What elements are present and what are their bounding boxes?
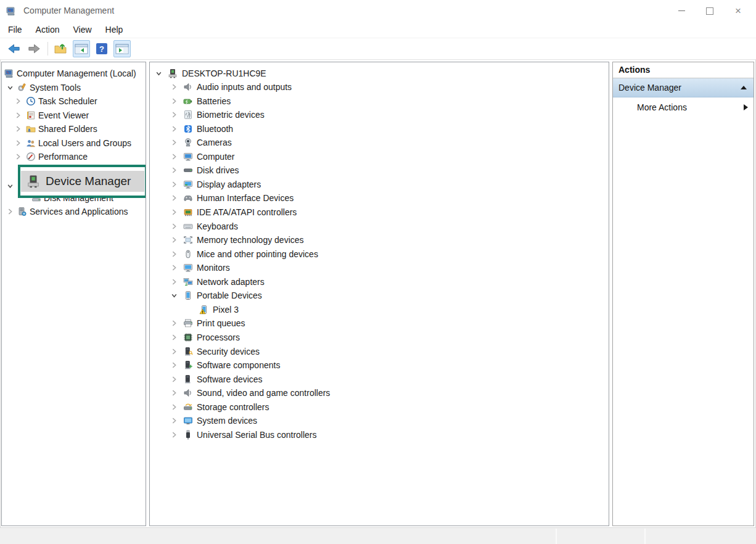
device-tree-item-display-adapters[interactable]: Display adapters xyxy=(150,177,609,191)
device-tree-item-memory-technology-devices[interactable]: Memory technology devices xyxy=(150,233,609,247)
expander-collapsed-icon[interactable] xyxy=(171,362,178,369)
expander-collapsed-icon[interactable] xyxy=(171,334,178,340)
expander-collapsed-icon[interactable] xyxy=(171,84,178,91)
expander-collapsed-icon[interactable] xyxy=(171,376,178,382)
device-tree-item-sound-video-and-game-controllers[interactable]: Sound, video and game controllers xyxy=(150,386,609,400)
toolbar-show-console-tree-button[interactable] xyxy=(73,40,90,57)
expander-collapsed-icon[interactable] xyxy=(15,112,22,118)
mouse-icon xyxy=(183,249,193,259)
expander-collapsed-icon[interactable] xyxy=(15,126,22,133)
device-tree-item-human-interface-devices[interactable]: Human Interface Devices xyxy=(150,191,609,205)
expander-collapsed-icon[interactable] xyxy=(171,320,178,327)
menu-view[interactable]: View xyxy=(66,23,98,36)
device-tree-item-network-adapters[interactable]: Network adapters xyxy=(150,274,609,289)
device-tree-item-bluetooth[interactable]: Bluetooth xyxy=(150,122,609,136)
menu-help[interactable]: Help xyxy=(99,23,130,36)
device-tree-item-software-components[interactable]: Software components xyxy=(150,358,609,373)
toolbar-show-action-pane-button[interactable] xyxy=(113,40,131,57)
device-tree-item-computer[interactable]: Computer xyxy=(150,149,609,163)
toolbar-help-button[interactable]: ? xyxy=(93,40,110,57)
expander-collapsed-icon[interactable] xyxy=(171,265,178,271)
toolbar-forward-button[interactable] xyxy=(25,40,43,57)
device-tree-item-mice-and-other-pointing-devices[interactable]: Mice and other pointing devices xyxy=(150,247,609,261)
expander-expanded-icon[interactable] xyxy=(155,70,162,76)
device-tree-item-print-queues[interactable]: Print queues xyxy=(150,316,609,331)
device-tree-item-ide-ata-atapi-controllers[interactable]: IDE ATA/ATAPI controllers xyxy=(150,205,609,220)
tree-item-label: Pixel 3 xyxy=(213,305,239,315)
expander-expanded-icon[interactable] xyxy=(7,183,14,189)
expander-collapsed-icon[interactable] xyxy=(171,431,178,438)
expander-collapsed-icon[interactable] xyxy=(171,237,178,244)
collapse-icon[interactable] xyxy=(741,86,747,89)
device-tree-item-software-devices[interactable]: Software devices xyxy=(150,372,609,386)
expander-collapsed-icon[interactable] xyxy=(15,139,22,146)
expander-collapsed-icon[interactable] xyxy=(171,167,178,174)
device-tree-item-keyboards[interactable]: Keyboards xyxy=(150,219,609,233)
device-tree-item-security-devices[interactable]: Security devices xyxy=(150,344,609,358)
expander-collapsed-icon[interactable] xyxy=(15,98,22,105)
device-tree-item-processors[interactable]: Processors xyxy=(150,330,609,344)
actions-group-device-manager[interactable]: Device Manager xyxy=(613,78,754,97)
console-tree-item-task-scheduler[interactable]: Task Scheduler xyxy=(2,94,146,109)
console-tree-item-local-users-and-groups[interactable]: Local Users and Groups xyxy=(2,136,146,150)
console-tree-item-services-and-applications[interactable]: Services and Applications xyxy=(2,205,146,219)
device-tree-item-monitors[interactable]: Monitors xyxy=(150,261,609,275)
expander-collapsed-icon[interactable] xyxy=(171,97,178,104)
expander-collapsed-icon[interactable] xyxy=(171,250,178,257)
expander-collapsed-icon[interactable] xyxy=(171,223,178,229)
expander-expanded-icon[interactable] xyxy=(7,84,14,91)
shared-folders-icon xyxy=(26,124,36,134)
device-tree-item-pixel-3[interactable]: Pixel 3 xyxy=(150,302,609,316)
expander-collapsed-icon[interactable] xyxy=(171,209,178,216)
console-tree-item-shared-folders[interactable]: Shared Folders xyxy=(2,122,146,136)
close-button[interactable]: × xyxy=(724,0,752,22)
console-tree-item-computer-management-local[interactable]: Computer Management (Local) xyxy=(2,67,146,81)
system-devices-icon xyxy=(183,416,193,426)
device-tree-item-audio-inputs-and-outputs[interactable]: Audio inputs and outputs xyxy=(150,80,609,94)
expander-collapsed-icon[interactable] xyxy=(15,154,22,160)
device-tree-item-batteries[interactable]: Batteries xyxy=(150,94,609,108)
device-tree-item-portable-devices[interactable]: Portable Devices xyxy=(150,289,609,303)
menu-file[interactable]: File xyxy=(1,23,29,36)
toolbar-up-one-level-button[interactable] xyxy=(52,40,70,57)
device-tree-item-cameras[interactable]: Cameras xyxy=(150,136,609,150)
toolbar-separator xyxy=(47,42,48,56)
device-tree-item-biometric-devices[interactable]: Biometric devices xyxy=(150,108,609,122)
minimize-button[interactable] xyxy=(667,0,696,22)
expander-collapsed-icon[interactable] xyxy=(171,139,178,146)
expander-collapsed-icon[interactable] xyxy=(171,403,178,410)
expander-collapsed-icon[interactable] xyxy=(171,112,178,118)
device-tree-item-storage-controllers[interactable]: Storage controllers xyxy=(150,400,609,414)
expander-collapsed-icon[interactable] xyxy=(171,195,178,202)
expander-collapsed-icon[interactable] xyxy=(171,125,178,132)
computer-node-icon xyxy=(168,68,178,78)
expander-collapsed-icon[interactable] xyxy=(171,181,178,188)
expander-collapsed-icon[interactable] xyxy=(171,348,178,355)
expander-collapsed-icon[interactable] xyxy=(171,153,178,160)
menu-action[interactable]: Action xyxy=(29,23,67,36)
software-component-icon xyxy=(183,360,193,370)
maximize-button[interactable] xyxy=(696,0,724,22)
usb-icon xyxy=(183,430,193,440)
toolbar-back-button[interactable] xyxy=(5,40,22,57)
device-tree-item-universal-serial-bus-controllers[interactable]: Universal Serial Bus controllers xyxy=(150,427,609,442)
expander-collapsed-icon[interactable] xyxy=(7,208,14,215)
console-tree-item-performance[interactable]: Performance xyxy=(2,150,146,164)
tree-item-label: Portable Devices xyxy=(197,291,262,300)
device-tree-item-desktop-ru1hc9e[interactable]: DESKTOP-RU1HC9E xyxy=(150,66,609,80)
console-tree-item-event-viewer[interactable]: Event Viewer xyxy=(2,108,146,122)
tree-item-label: Network adapters xyxy=(197,277,265,287)
expander-expanded-icon[interactable] xyxy=(171,292,178,299)
console-tree-icon xyxy=(75,43,88,55)
expander-collapsed-icon[interactable] xyxy=(171,278,178,285)
device-tree-item-disk-drives[interactable]: Disk drives xyxy=(150,163,609,178)
device-tree-item-system-devices[interactable]: System devices xyxy=(150,414,609,428)
tree-item-label: DESKTOP-RU1HC9E xyxy=(182,68,266,78)
console-tree-item-device-manager[interactable]: Device Manager xyxy=(21,171,144,192)
tree-item-label: Sound, video and game controllers xyxy=(197,388,330,398)
expander-collapsed-icon[interactable] xyxy=(171,418,178,424)
expander-collapsed-icon[interactable] xyxy=(171,390,178,397)
console-tree-item-system-tools[interactable]: System Tools xyxy=(2,80,146,94)
more-actions-item[interactable]: More Actions xyxy=(613,97,754,117)
performance-icon xyxy=(26,152,36,162)
